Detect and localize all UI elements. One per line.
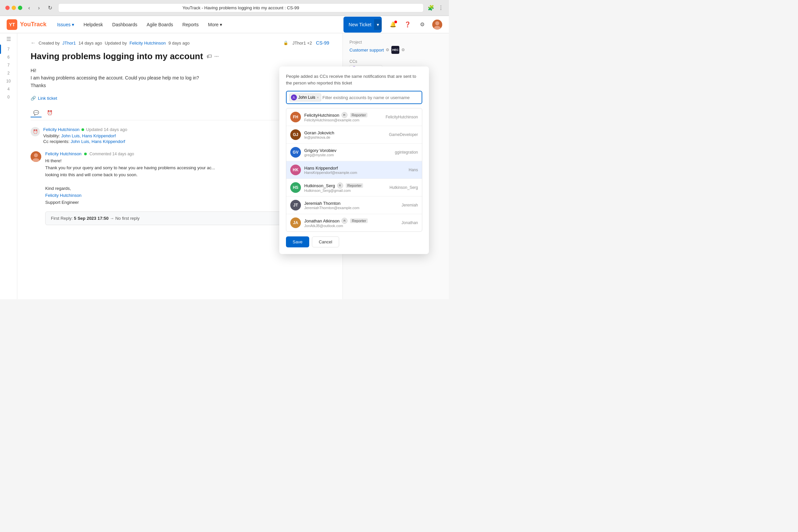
activity-author-1[interactable]: Felicity Hutchinson [43, 127, 79, 132]
title-icons: 🏷 ··· [207, 54, 219, 59]
tab-comment[interactable]: 💬 [31, 109, 41, 117]
dropdown-item-hans[interactable]: HK Hans Krippendorf HansKrippendorf@exam… [286, 161, 422, 179]
cc-dropdown-list: FH FelicityHutchinson R Reporter Felicit… [286, 108, 422, 232]
item-email-goran: le@pishkova.de [304, 135, 386, 139]
created-ago-text: 14 days ago [78, 41, 102, 45]
reporter-badge-hutkinson: R [337, 183, 343, 189]
issue-title-area: Having problems logging into my account … [31, 51, 329, 61]
more-options-icon[interactable]: ··· [214, 54, 219, 59]
cc-input-area[interactable]: JL John Luis × [286, 91, 422, 104]
cc-filter-input[interactable] [323, 95, 419, 100]
item-name-hans: Hans Krippendorf [304, 166, 405, 171]
new-ticket-dropdown-icon[interactable]: ▾ [374, 19, 382, 30]
item-username-jonathan: Jonathan [402, 221, 418, 225]
browser-menu-icon[interactable]: ⋮ [438, 5, 443, 11]
rail-item-6: 6 [0, 54, 17, 61]
topbar: YT YouTrack Issues ▾ Helpdesk Dashboards… [0, 16, 449, 33]
project-expand-icon[interactable]: ⚙ [401, 48, 405, 52]
item-info-felicity: FelicityHutchinson R Reporter FelicityHu… [304, 112, 382, 122]
rail-number-2: 6 [0, 54, 17, 61]
item-username-hans: Hans [408, 168, 418, 172]
nav-item-helpdesk[interactable]: Helpdesk [79, 20, 107, 29]
item-email-hutkinson: Hutkinson_Serg@gmail.com [304, 189, 386, 192]
cc-chip-avatar: JL [291, 94, 297, 100]
cc-chip-john-luis: JL John Luis × [289, 93, 321, 101]
back-nav-button[interactable]: ‹ [26, 4, 32, 12]
breadcrumb-left: ← Created by JThor1 14 days ago Updated … [31, 40, 190, 46]
rail-item-4: 4 [0, 86, 17, 93]
cancel-button[interactable]: Cancel [312, 236, 339, 247]
item-email-grigory: greg@mysite.com [304, 153, 392, 157]
item-info-hans: Hans Krippendorf HansKrippendorf@example… [304, 166, 405, 174]
help-icon[interactable]: ❓ [403, 20, 412, 29]
sidebar-project-value[interactable]: Customer support ⚙ HEC ⚙ [349, 46, 442, 54]
item-avatar-goran: GJ [290, 129, 301, 140]
created-by-label: Created by [39, 41, 60, 45]
reload-button[interactable]: ↻ [46, 4, 54, 12]
extensions-icon[interactable]: 🧩 [428, 5, 434, 11]
nav-item-issues[interactable]: Issues ▾ [53, 20, 78, 29]
first-reply-date: 5 Sep 2023 17:50 [74, 216, 108, 221]
close-button[interactable] [5, 6, 10, 10]
left-rail: ☰ 7 6 7 2 10 4 0 [0, 33, 17, 299]
activity-icon-1: ⏰ [31, 127, 40, 136]
new-ticket-button[interactable]: New Ticket ▾ [343, 17, 382, 33]
notifications-icon[interactable]: 🔔 [388, 20, 398, 29]
comment-avatar-1 [31, 151, 41, 162]
visibility-text: JThor1 +2 [292, 41, 312, 45]
rail-item-7b: 7 [0, 61, 17, 69]
item-avatar-felicity: FH [290, 112, 301, 122]
dropdown-item-jeremiah[interactable]: JT Jeremiah Thornton JeremiahThornton@ex… [286, 196, 422, 214]
dropdown-item-hutkinson[interactable]: HS Hutkinson_Serg R Reporter Hutkinson_S… [286, 179, 422, 196]
cc-users[interactable]: John Luis, Hans Krippendorf [71, 139, 125, 144]
comment-author-1[interactable]: Felicity Hutchinson [45, 151, 81, 156]
reporter-badge-felicity: R [341, 112, 347, 118]
item-username-grigory: ggintegration [395, 150, 418, 155]
back-arrow-icon[interactable]: ← [31, 40, 36, 46]
creator-link[interactable]: JThor1 [62, 41, 76, 45]
rail-number-7: 0 [0, 93, 17, 101]
user-avatar[interactable] [432, 20, 442, 30]
minimize-button[interactable] [12, 6, 16, 10]
updated-ago-text: 9 days ago [169, 41, 190, 45]
fullscreen-button[interactable] [18, 6, 22, 10]
project-settings-icon[interactable]: ⚙ [386, 48, 390, 52]
rail-item-0: 0 [0, 93, 17, 101]
forward-nav-button[interactable]: › [36, 4, 41, 12]
visibility-users[interactable]: John Luis, Hans Krippendorf [61, 133, 116, 138]
address-bar[interactable]: YouTrack - Having problems logging into … [58, 3, 424, 12]
rail-icon[interactable]: ☰ [6, 36, 11, 42]
item-avatar-hutkinson: HS [290, 182, 301, 193]
comment-signature-link[interactable]: Felicity Hutchinson [45, 193, 81, 198]
svg-point-4 [34, 153, 38, 157]
dropdown-item-goran[interactable]: GJ Goran Jokovich le@pishkova.de GameDev… [286, 126, 422, 144]
tag-icon[interactable]: 🏷 [207, 54, 212, 59]
tab-history[interactable]: ⏰ [44, 109, 55, 117]
link-ticket-label: Link ticket [38, 96, 57, 101]
project-icon: HEC [391, 46, 399, 54]
dropdown-item-felicity[interactable]: FH FelicityHutchinson R Reporter Felicit… [286, 108, 422, 126]
dropdown-item-jonathan[interactable]: JA Jonathan Atkinson R Reporter JonAtkJB… [286, 214, 422, 231]
traffic-lights [5, 6, 22, 10]
rail-item-7a: 7 [0, 45, 17, 53]
nav-item-agile-boards[interactable]: Agile Boards [142, 20, 177, 29]
item-email-hans: HansKrippendorf@example.com [304, 171, 405, 174]
dropdown-item-grigory[interactable]: GV Grigory Vorobiev greg@mysite.com ggin… [286, 144, 422, 161]
item-username-jeremiah: Jeremiah [402, 203, 418, 208]
save-button[interactable]: Save [286, 236, 309, 247]
item-info-hutkinson: Hutkinson_Serg R Reporter Hutkinson_Serg… [304, 183, 386, 192]
settings-icon[interactable]: ⚙ [418, 20, 427, 29]
updater-link[interactable]: Felicity Hutchinson [129, 41, 166, 45]
ticket-id[interactable]: CS-99 [316, 40, 329, 45]
item-info-grigory: Grigory Vorobiev greg@mysite.com [304, 148, 392, 157]
rail-item-10: 10 [0, 77, 17, 85]
nav-item-reports[interactable]: Reports [178, 20, 203, 29]
item-username-goran: GameDeveloper [389, 132, 418, 137]
item-info-jeremiah: Jeremiah Thornton JeremiahThornton@examp… [304, 201, 398, 210]
nav-item-more[interactable]: More ▾ [204, 20, 226, 29]
logo-area[interactable]: YT YouTrack [7, 19, 46, 30]
cc-chip-remove[interactable]: × [317, 95, 319, 99]
nav-item-dashboards[interactable]: Dashboards [108, 20, 141, 29]
cc-chip-name: John Luis [298, 95, 315, 100]
browser-icons: 🧩 ⋮ [428, 5, 443, 11]
